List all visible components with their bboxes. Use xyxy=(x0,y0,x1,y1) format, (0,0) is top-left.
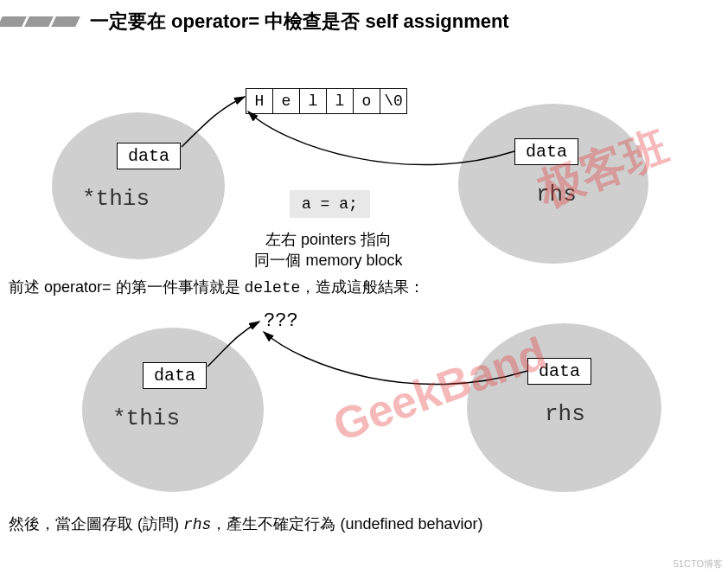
dangling-pointer: ??? xyxy=(264,310,298,332)
diagram-before: data data *this rhs H e l l o \0 a = a; … xyxy=(0,35,728,277)
caption-line: 同一個 memory block xyxy=(216,250,441,271)
memory-cell: e xyxy=(272,88,300,114)
stripe-icon xyxy=(51,16,80,27)
memory-cell: H xyxy=(246,88,273,114)
stripe-icon xyxy=(24,16,54,27)
caption-line: 左右 pointers 指向 xyxy=(216,229,441,250)
rhs-data-field: data xyxy=(514,138,578,165)
text-prefix: 前述 operator= 的第一件事情就是 xyxy=(9,278,245,296)
memory-block: H e l l o \0 xyxy=(246,88,407,114)
explanation-text-1: 前述 operator= 的第一件事情就是 delete，造成這般結果： xyxy=(0,277,728,297)
header-bar: 一定要在 operator= 中檢查是否 self assignment xyxy=(0,0,728,35)
code-inline: delete xyxy=(245,279,301,297)
page-title: 一定要在 operator= 中檢查是否 self assignment xyxy=(90,9,509,35)
rhs-data-field: data xyxy=(527,358,591,385)
rhs-label: rhs xyxy=(536,182,577,207)
code-example: a = a; xyxy=(290,190,370,218)
explanation-text-2: 然後，當企圖存取 (訪問) rhs，產生不確定行為 (undefined beh… xyxy=(0,513,728,534)
this-data-field: data xyxy=(117,143,181,169)
this-label: *this xyxy=(82,186,150,212)
memory-cell: \0 xyxy=(380,88,407,114)
text-part: 然後，當企圖存取 (訪問) xyxy=(9,515,183,533)
decorative-stripes xyxy=(0,16,78,27)
rhs-label: rhs xyxy=(545,401,585,427)
footer-credit: 51CTO博客 xyxy=(674,558,723,571)
diagram-caption: 左右 pointers 指向 同一個 memory block xyxy=(216,229,441,271)
text-suffix: ，造成這般結果： xyxy=(300,278,425,296)
this-label: *this xyxy=(112,405,180,431)
text-part: ，產生不確定行為 (undefined behavior) xyxy=(211,515,482,533)
memory-cell: l xyxy=(299,88,327,114)
memory-cell: l xyxy=(326,88,354,114)
stripe-icon xyxy=(0,16,27,27)
memory-cell: o xyxy=(353,88,380,114)
this-data-field: data xyxy=(143,362,207,389)
rhs-inline: rhs xyxy=(183,516,211,533)
diagram-after: data data *this rhs ??? xyxy=(0,297,728,505)
